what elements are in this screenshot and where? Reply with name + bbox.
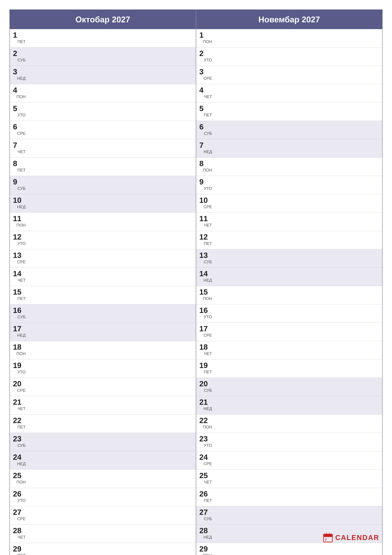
day-name: СРЕ bbox=[17, 131, 26, 137]
day-name: СУБ bbox=[17, 314, 26, 320]
day-cell: 7 ЧЕТ bbox=[13, 141, 26, 155]
october-column: 1 ПЕТ 2 СУБ 3 НЕД 4 ПОН 5 УТО 6 СРЕ 7 ЧЕ… bbox=[10, 29, 196, 555]
day-cell: 27 СУБ bbox=[199, 509, 212, 522]
day-number: 27 bbox=[13, 509, 26, 516]
day-cell: 14 ЧЕТ bbox=[13, 270, 26, 284]
day-name: СУБ bbox=[17, 58, 26, 63]
day-number: 23 bbox=[199, 435, 212, 443]
day-number: 15 bbox=[199, 288, 212, 296]
day-number: 9 bbox=[13, 178, 26, 186]
days-container: 1 ПЕТ 2 СУБ 3 НЕД 4 ПОН 5 УТО 6 СРЕ 7 ЧЕ… bbox=[10, 29, 382, 555]
svg-text:7: 7 bbox=[325, 538, 327, 542]
svg-rect-1 bbox=[324, 534, 332, 537]
november-day-5: 5 ПЕТ bbox=[196, 102, 382, 121]
day-number: 4 bbox=[13, 86, 26, 94]
day-name: УТО bbox=[17, 498, 26, 504]
day-number: 6 bbox=[13, 123, 26, 131]
day-name: СУБ bbox=[203, 388, 212, 394]
november-day-2: 2 УТО bbox=[196, 47, 382, 66]
november-day-26: 26 ПЕТ bbox=[196, 488, 382, 506]
day-name: ПОН bbox=[202, 168, 212, 174]
day-cell: 6 СУБ bbox=[199, 123, 212, 137]
october-day-14: 14 ЧЕТ bbox=[10, 268, 196, 286]
day-number: 22 bbox=[199, 417, 212, 424]
day-cell: 28 ЧЕТ bbox=[13, 527, 26, 540]
day-name: СРЕ bbox=[17, 388, 26, 394]
november-day-25: 25 ЧЕТ bbox=[196, 470, 382, 488]
day-number: 17 bbox=[13, 325, 26, 333]
october-day-12: 12 УТО bbox=[10, 231, 196, 249]
day-cell: 2 СУБ bbox=[13, 50, 26, 63]
day-number: 4 bbox=[199, 86, 212, 94]
day-cell: 1 ПЕТ bbox=[13, 31, 26, 45]
november-column: 1 ПОН 2 УТО 3 СРЕ 4 ЧЕТ 5 ПЕТ 6 СУБ 7 НЕ… bbox=[196, 29, 382, 555]
day-cell: 13 СРЕ bbox=[13, 252, 26, 265]
day-cell: 18 ПОН bbox=[13, 343, 26, 357]
day-number: 16 bbox=[199, 307, 212, 314]
november-day-3: 3 СРЕ bbox=[196, 66, 382, 84]
day-name: ЧЕТ bbox=[17, 406, 26, 412]
logo-area: 7 CALENDAR bbox=[323, 533, 379, 542]
day-cell: 21 НЕД bbox=[199, 398, 212, 412]
day-cell: 23 СУБ bbox=[13, 435, 26, 449]
day-cell: 27 СРЕ bbox=[13, 509, 26, 522]
day-name: ПЕТ bbox=[203, 241, 212, 247]
november-day-27: 27 СУБ bbox=[196, 506, 382, 525]
day-cell: 19 ПЕТ bbox=[199, 362, 212, 375]
day-cell: 1 ПОН bbox=[199, 31, 212, 45]
day-name: ПЕТ bbox=[203, 113, 212, 118]
day-name: УТО bbox=[203, 58, 212, 63]
day-cell: 16 СУБ bbox=[13, 307, 26, 320]
november-day-14: 14 НЕД bbox=[196, 268, 382, 286]
header-row: Октобар 2027 Новембар 2027 bbox=[10, 10, 382, 29]
day-name: ПОН bbox=[202, 425, 212, 431]
day-cell: 15 ПОН bbox=[199, 288, 212, 302]
day-name: СРЕ bbox=[17, 516, 26, 522]
day-number: 7 bbox=[199, 141, 212, 149]
october-day-28: 28 ЧЕТ bbox=[10, 525, 196, 543]
day-number: 15 bbox=[13, 288, 26, 296]
day-cell: 25 ПОН bbox=[13, 472, 26, 486]
day-cell: 16 УТО bbox=[199, 307, 212, 320]
day-cell: 21 ЧЕТ bbox=[13, 398, 26, 412]
day-cell: 5 ПЕТ bbox=[199, 105, 212, 118]
day-name: ПОН bbox=[202, 39, 212, 45]
october-day-2: 2 СУБ bbox=[10, 47, 196, 66]
november-day-8: 8 ПОН bbox=[196, 158, 382, 176]
day-name: ЧЕТ bbox=[203, 351, 212, 357]
day-number: 19 bbox=[199, 362, 212, 369]
day-cell: 12 ПЕТ bbox=[199, 233, 212, 247]
day-number: 1 bbox=[13, 31, 26, 39]
day-cell: 17 СРЕ bbox=[199, 325, 212, 339]
october-day-24: 24 НЕД bbox=[10, 451, 196, 470]
day-cell: 4 ПОН bbox=[13, 86, 26, 100]
october-day-20: 20 СРЕ bbox=[10, 378, 196, 396]
day-number: 12 bbox=[199, 233, 212, 241]
november-day-17: 17 СРЕ bbox=[196, 323, 382, 341]
day-name: СУБ bbox=[17, 443, 26, 449]
day-cell: 14 НЕД bbox=[199, 270, 212, 284]
october-day-23: 23 СУБ bbox=[10, 433, 196, 451]
day-name: ЧЕТ bbox=[17, 535, 26, 540]
day-number: 24 bbox=[13, 453, 26, 461]
day-number: 18 bbox=[13, 343, 26, 351]
day-number: 24 bbox=[199, 453, 212, 461]
day-name: ПЕТ bbox=[17, 553, 26, 555]
day-name: УТО bbox=[17, 113, 26, 118]
day-number: 22 bbox=[13, 417, 26, 424]
day-cell: 9 УТО bbox=[199, 178, 212, 192]
day-number: 29 bbox=[199, 545, 212, 553]
day-cell: 25 ЧЕТ bbox=[199, 472, 212, 486]
day-cell: 11 ЧЕТ bbox=[199, 215, 212, 229]
day-name: ПОН bbox=[16, 351, 26, 357]
day-cell: 2 УТО bbox=[199, 50, 212, 63]
day-cell: 3 НЕД bbox=[13, 68, 26, 82]
day-cell: 13 СУБ bbox=[199, 252, 212, 265]
november-day-24: 24 СРЕ bbox=[196, 451, 382, 470]
day-name: УТО bbox=[17, 241, 26, 247]
october-day-6: 6 СРЕ bbox=[10, 121, 196, 139]
day-cell: 6 СРЕ bbox=[13, 123, 26, 137]
october-day-27: 27 СРЕ bbox=[10, 506, 196, 525]
day-number: 11 bbox=[199, 215, 212, 222]
day-number: 13 bbox=[13, 252, 26, 259]
